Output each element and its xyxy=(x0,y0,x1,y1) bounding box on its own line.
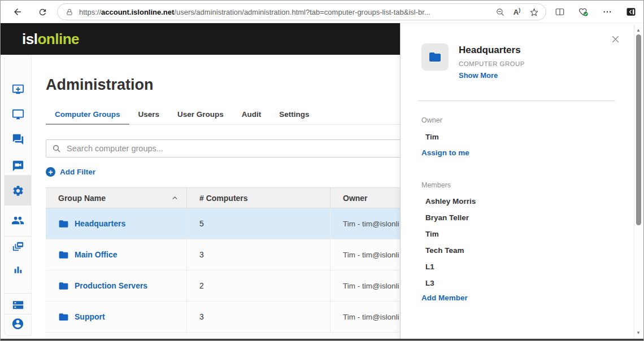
sidebar-item-settings[interactable] xyxy=(11,184,25,198)
scroll-up-arrow[interactable]: ▲ xyxy=(634,26,642,34)
group-name-link[interactable]: Production Servers xyxy=(75,281,147,290)
computers-count-cell: 5 xyxy=(187,208,330,239)
add-member-link[interactable]: Add Member xyxy=(421,294,610,302)
owner-name: Tim xyxy=(425,133,610,141)
computers-count-cell: 2 xyxy=(187,270,330,301)
owner-label: Owner xyxy=(421,116,610,124)
member-item: L1 xyxy=(425,263,610,271)
folder-icon xyxy=(428,50,442,64)
scrollbar-thumb[interactable] xyxy=(636,34,641,225)
app-sidebar xyxy=(4,55,32,336)
sidebar-item-video-chat[interactable] xyxy=(11,159,25,173)
refresh-button[interactable] xyxy=(34,4,50,20)
group-name-link[interactable]: Support xyxy=(75,312,105,321)
sidebar-toggle-button[interactable] xyxy=(622,3,640,20)
tab-settings[interactable]: Settings xyxy=(270,108,318,125)
add-filter-button[interactable]: + Add Filter xyxy=(46,167,95,177)
group-name-link[interactable]: Headquarters xyxy=(75,219,125,228)
computer-icon xyxy=(12,108,24,121)
sidebar-item-chat[interactable] xyxy=(11,133,25,146)
folder-icon xyxy=(58,250,69,260)
close-icon xyxy=(611,34,620,44)
panel-scrollbar: ▲ ▼ xyxy=(634,25,642,338)
group-name-cell[interactable]: Headquarters xyxy=(46,208,187,239)
refresh-icon xyxy=(38,7,47,17)
video-chat-icon xyxy=(12,160,24,172)
browser-essentials-button[interactable] xyxy=(575,3,593,20)
search-icon xyxy=(52,144,61,153)
back-button[interactable] xyxy=(10,4,25,20)
plus-circle-icon: + xyxy=(46,167,55,177)
member-item: Bryan Teller xyxy=(425,213,610,222)
panel-divider xyxy=(417,100,615,101)
add-filter-label: Add Filter xyxy=(60,168,95,176)
chat-bubbles-icon xyxy=(12,133,24,146)
folder-icon xyxy=(58,218,69,229)
sort-asc-icon xyxy=(171,194,179,202)
read-aloud-icon: A) xyxy=(514,7,520,16)
bar-chart-icon xyxy=(12,264,24,276)
zoom-out-icon xyxy=(495,7,505,17)
sidebar-item-sessions[interactable] xyxy=(11,239,25,253)
close-panel-button[interactable] xyxy=(610,33,621,45)
sidebar-toggle-icon xyxy=(625,6,637,18)
group-name-cell[interactable]: Main Office xyxy=(46,239,187,270)
sidebar-item-users[interactable] xyxy=(11,213,25,227)
favorites-button[interactable] xyxy=(525,5,542,19)
toolbar-actions xyxy=(551,3,640,20)
panel-body: Owner Tim Assign to me Members Ashley Mo… xyxy=(421,116,610,302)
show-more-link[interactable]: Show More xyxy=(459,71,525,80)
sidebar-item-computers[interactable] xyxy=(11,108,25,121)
sidebar-item-servers[interactable] xyxy=(11,298,25,312)
lock-icon xyxy=(66,8,73,16)
address-bar[interactable]: https://account.islonline.net/users/admi… xyxy=(57,3,546,20)
tab-computer-groups[interactable]: Computer Groups xyxy=(46,108,129,125)
panel-type-label: COMPUTER GROUP xyxy=(459,60,525,67)
panel-title: Headquarters xyxy=(459,45,525,56)
star-icon xyxy=(529,7,539,17)
browser-window: https://account.islonline.net/users/admi… xyxy=(0,0,644,341)
url-text: https://account.islonline.net/users/admi… xyxy=(79,8,491,16)
settings-menu-button[interactable] xyxy=(598,3,616,20)
group-avatar xyxy=(421,43,449,71)
group-name-cell[interactable]: Production Servers xyxy=(46,270,187,301)
tab-user-groups[interactable]: User Groups xyxy=(168,108,233,125)
account-circle-icon xyxy=(11,317,24,330)
sidebar-item-reports[interactable] xyxy=(11,263,25,277)
isl-online-logo: islonline xyxy=(22,23,79,55)
group-name-link[interactable]: Main Office xyxy=(75,250,117,259)
computers-count-cell: 3 xyxy=(187,301,330,332)
back-arrow-icon xyxy=(12,7,23,17)
add-computer-icon xyxy=(12,83,24,95)
browser-toolbar: https://account.islonline.net/users/admi… xyxy=(1,1,643,23)
panel-header: Headquarters COMPUTER GROUP Show More xyxy=(421,43,525,80)
computers-count-cell: 3 xyxy=(187,239,330,270)
sidebar-item-new-session[interactable] xyxy=(11,82,25,96)
column-header-computers[interactable]: # Computers xyxy=(187,188,330,208)
member-item: Tim xyxy=(425,230,610,238)
ellipsis-icon xyxy=(602,7,612,17)
window-bottom-edge xyxy=(1,339,643,340)
gear-icon xyxy=(12,185,24,197)
member-item: L3 xyxy=(425,279,610,287)
split-screen-icon xyxy=(555,7,565,17)
tab-audit[interactable]: Audit xyxy=(233,108,271,125)
split-screen-button[interactable] xyxy=(551,3,569,20)
read-aloud-button[interactable]: A) xyxy=(508,5,525,19)
member-item: Ashley Morris xyxy=(425,197,610,206)
column-header-group-name[interactable]: Group Name xyxy=(46,188,187,208)
folder-icon xyxy=(58,312,69,322)
scroll-down-arrow[interactable]: ▼ xyxy=(634,329,642,336)
zoom-out-button[interactable] xyxy=(491,5,508,19)
windows-stack-icon xyxy=(12,240,24,252)
sidebar-item-account[interactable] xyxy=(11,317,25,330)
page-title: Administration xyxy=(46,76,154,94)
browser-essentials-icon xyxy=(578,6,589,18)
member-item: Tech Team xyxy=(425,246,610,255)
assign-to-me-link[interactable]: Assign to me xyxy=(421,148,610,157)
tab-users[interactable]: Users xyxy=(129,108,169,125)
folder-icon xyxy=(58,281,69,291)
app-header: islonline xyxy=(1,23,401,55)
group-name-cell[interactable]: Support xyxy=(46,301,187,332)
members-label: Members xyxy=(421,181,610,189)
